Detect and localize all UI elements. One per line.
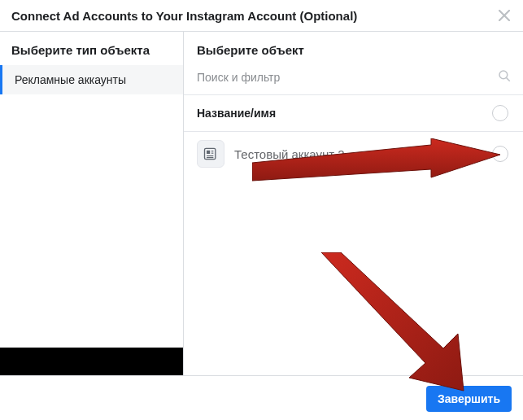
list-header: Название/имя	[184, 95, 523, 132]
sidebar-item-ad-accounts[interactable]: Рекламные аккаунты	[0, 65, 183, 94]
account-row[interactable]: Тестовый аккаунт 2	[184, 132, 523, 176]
dialog-header: Connect Ad Accounts to Your Instagram Ac…	[0, 0, 523, 32]
svg-rect-5	[207, 151, 210, 154]
main-header: Выберите объект	[184, 32, 523, 63]
finish-button[interactable]: Завершить	[426, 386, 512, 412]
account-radio[interactable]	[492, 146, 508, 162]
dialog-footer: Завершить	[0, 375, 523, 420]
sidebar-bottom-bar	[0, 348, 183, 375]
dialog-title: Connect Ad Accounts to Your Instagram Ac…	[11, 9, 357, 23]
main-panel: Выберите объект Название/имя	[184, 32, 523, 375]
sidebar-item-label: Рекламные аккаунты	[15, 73, 126, 86]
svg-point-2	[499, 71, 508, 79]
search-icon[interactable]	[497, 68, 512, 86]
sidebar-header: Выберите тип объекта	[0, 32, 183, 65]
search-row	[184, 63, 523, 95]
select-all-radio[interactable]	[492, 105, 508, 121]
list-header-label: Название/имя	[197, 107, 492, 120]
svg-line-3	[507, 78, 510, 81]
newspaper-icon	[197, 140, 224, 168]
close-icon[interactable]	[497, 8, 512, 23]
dialog-body: Выберите тип объекта Рекламные аккаунты …	[0, 32, 523, 375]
sidebar: Выберите тип объекта Рекламные аккаунты	[0, 32, 184, 375]
search-input[interactable]	[197, 71, 497, 84]
account-name: Тестовый аккаунт 2	[234, 147, 482, 161]
